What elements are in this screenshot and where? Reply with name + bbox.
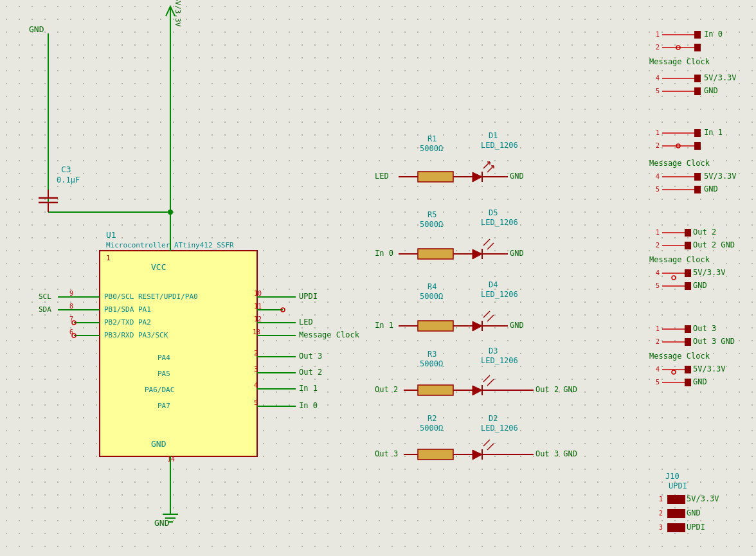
j2-pin4: 4	[656, 173, 660, 180]
pin5-num: 5	[254, 399, 258, 406]
j4-pin2: 2	[656, 338, 660, 345]
j4-pin5: 5	[656, 379, 660, 386]
j3-pin2: 2	[656, 242, 660, 249]
j10-pin1-num: 1	[659, 496, 663, 503]
svg-line-42	[483, 239, 490, 246]
in0-net-label: In 0	[375, 249, 393, 258]
r4-value: 5000Ω	[420, 292, 443, 301]
j1-pad1	[694, 31, 701, 39]
j2-gnd: GND	[704, 184, 718, 193]
j10-pin3-num: 3	[659, 524, 663, 531]
j10-pin2-num: 2	[659, 510, 663, 517]
pin7-label: PB2/TXD PA2	[104, 318, 151, 327]
out2gnd-d3: Out 2 GND	[536, 385, 577, 394]
pin3-num: 3	[254, 366, 258, 373]
sda-net: SDA	[39, 305, 51, 314]
d1-body	[473, 172, 482, 182]
j10-pad3	[667, 523, 685, 532]
d1-ref: D1	[489, 131, 498, 140]
j1-pad2	[694, 44, 701, 51]
d5-body	[473, 249, 482, 259]
j10-pin2-net: GND	[687, 508, 701, 517]
j3-pad2	[685, 242, 691, 249]
out2-net-label: Out 2	[375, 385, 398, 394]
msgclock-net-pin13: Message Clock	[299, 330, 360, 339]
out3-net-label: Out 3	[375, 449, 398, 458]
svg-line-61	[487, 444, 494, 450]
in1-net-pin4: In 1	[299, 384, 318, 393]
pin8-label: PB1/SDA PA1	[104, 305, 151, 314]
svg-line-32	[483, 162, 490, 168]
d1-value: LED_1206	[481, 141, 518, 150]
j3-pin4: 4	[656, 269, 660, 276]
j10-pin1-net: 5V/3.3V	[687, 494, 719, 503]
pa6-label: PA6/DAC	[145, 386, 174, 394]
in0-net-pin5: In 0	[299, 401, 318, 410]
pin10-num: 10	[254, 290, 262, 297]
gnd-d1: GND	[510, 172, 524, 181]
j1-5v: 5V/3.3V	[704, 73, 737, 82]
r4-body	[418, 321, 453, 331]
j3-gnd: GND	[693, 281, 707, 290]
r4-ref: R4	[428, 282, 437, 291]
j2-pad2	[694, 142, 701, 150]
pin2-num: 2	[254, 350, 258, 357]
gnd-d4: GND	[510, 321, 524, 330]
j2-pin5: 5	[656, 186, 660, 193]
out3-net-pin2: Out 3	[299, 352, 322, 361]
j4-pad4	[685, 366, 691, 373]
r3-ref: R3	[428, 350, 437, 359]
d3-ref: D3	[489, 346, 498, 355]
svg-line-33	[487, 166, 494, 172]
j4-pad5	[685, 379, 691, 386]
d5-value: LED_1206	[481, 218, 518, 227]
d2-body	[473, 450, 482, 460]
r5-value: 5000Ω	[420, 220, 443, 229]
svg-line-49	[487, 315, 494, 321]
j4-pad2	[685, 338, 691, 346]
j3-out2: Out 2	[693, 228, 716, 237]
gnd-d5: GND	[510, 249, 524, 258]
pa4-label: PA4	[158, 354, 170, 362]
u1-body	[100, 251, 257, 456]
pin9-num: 9	[69, 290, 73, 297]
d2-value: LED_1206	[481, 424, 518, 433]
u1-ref: U1	[106, 230, 116, 240]
u1-vcc-label: VCC	[151, 262, 166, 272]
j1-pin1: 1	[656, 31, 660, 38]
r3-body	[418, 385, 453, 395]
j3-pad5	[685, 282, 691, 290]
d3-value: LED_1206	[481, 356, 518, 365]
j10-pin3-net: UPDI	[687, 523, 705, 532]
svg-point-77	[672, 276, 676, 280]
pin14-num: 14	[167, 456, 175, 463]
pin9-label: PB0/SCL RESET/UPDI/PA0	[104, 292, 198, 301]
pin6-label: PB3/RXD PA3/SCK	[104, 331, 168, 339]
gnd-label-topleft: GND	[29, 24, 44, 34]
j2-pad1	[694, 129, 701, 137]
j4-out3gnd: Out 3 GND	[693, 337, 735, 346]
u1-gnd-label: GND	[151, 439, 166, 449]
pin11-num: 11	[254, 303, 262, 310]
j3-pad1	[685, 229, 691, 237]
j2-pad5	[694, 186, 701, 193]
svg-point-82	[672, 370, 676, 374]
j2-msgclock: Message Clock	[649, 159, 710, 168]
gnd-label-bottom: GND	[154, 518, 170, 528]
svg-line-43	[487, 243, 494, 249]
j4-out3: Out 3	[693, 324, 716, 333]
pa7-label: PA7	[158, 402, 170, 410]
r1-value: 5000Ω	[420, 144, 443, 153]
c3-value: 0.1μF	[57, 175, 80, 184]
pin12-num: 12	[254, 316, 262, 323]
power-5v-topleft: 5V/3.3V	[174, 0, 182, 27]
u1-pin1-marker: 1	[106, 254, 111, 262]
j1-gnd: GND	[704, 86, 718, 95]
d4-value: LED_1206	[481, 290, 518, 299]
schematic-diagram: GND 5V/3.3V C3 0.1μF U1 Microcontroller_…	[0, 0, 756, 556]
c3-label: C3	[61, 165, 71, 174]
j1-pad4	[694, 75, 701, 82]
j2-5v: 5V/3.3V	[704, 172, 737, 181]
out2-net-pin3: Out 2	[299, 368, 322, 377]
r5-ref: R5	[428, 210, 437, 219]
